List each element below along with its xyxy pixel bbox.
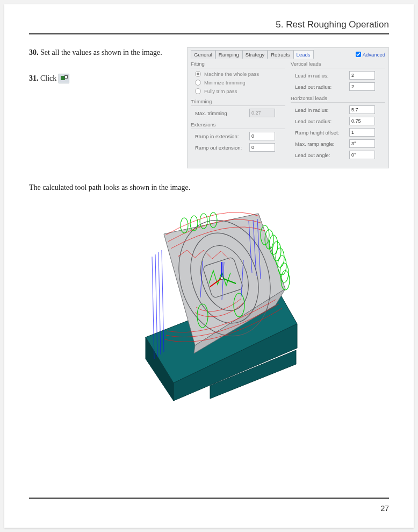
settings-dialog: General Ramping Strategy Retracts Leads …: [187, 47, 389, 168]
tab-leads[interactable]: Leads: [293, 50, 314, 59]
footer-rule: [29, 498, 389, 499]
vlead-out-input[interactable]: [349, 82, 375, 91]
field-label: Lead out radius:: [295, 118, 346, 124]
field-label: Lead in radius:: [295, 73, 346, 79]
max-trimming-input: [249, 109, 275, 117]
field-ramp-in-ext[interactable]: Ramp in extension:: [195, 132, 285, 140]
field-label: Max. ramp angle:: [295, 141, 346, 147]
field-label: Ramp out extension:: [195, 145, 246, 151]
step-text: Set all the values as shown in the image…: [40, 48, 162, 56]
save-calculate-icon: [59, 74, 69, 83]
field-label: Lead out radius:: [295, 84, 346, 90]
field-label: Lead in radius:: [295, 107, 346, 113]
group-horizontal-leads: Horizontal leads Lead in radius: Lead ou…: [291, 95, 385, 159]
group-title: Horizontal leads: [291, 95, 385, 103]
step-text: Click: [40, 74, 59, 82]
field-ramp-height-offset[interactable]: Ramp height offset:: [295, 128, 385, 137]
step-30: 30. Set all the values as shown in the i…: [29, 47, 179, 58]
field-max-trimming: Max. trimming: [195, 109, 285, 117]
advanced-checkbox[interactable]: Advanced: [356, 52, 385, 58]
field-vlead-in[interactable]: Lead in radius:: [295, 71, 385, 80]
step-number: 30.: [29, 48, 39, 56]
chapter-header: 5. Rest Roughing Operation: [29, 19, 389, 34]
svg-point-15: [278, 256, 286, 275]
group-fitting: Fitting Machine the whole pass Minimize …: [191, 61, 285, 94]
step-31: 31. Click: [29, 73, 179, 84]
advanced-check[interactable]: [356, 52, 361, 57]
field-max-ramp-angle[interactable]: Max. ramp angle:: [295, 139, 385, 148]
page-number: 27: [380, 504, 389, 513]
toolpath-caption: The calculated tool path looks as shown …: [29, 183, 389, 192]
hlead-in-input[interactable]: [349, 105, 375, 114]
tab-strip: General Ramping Strategy Retracts Leads: [191, 50, 314, 59]
radio-icon: [195, 88, 201, 94]
group-title: Extensions: [191, 122, 285, 129]
group-trimming: Trimming Max. trimming: [191, 98, 285, 117]
tab-retracts[interactable]: Retracts: [268, 50, 293, 59]
group-vertical-leads: Vertical leads Lead in radius: Lead out …: [291, 61, 385, 91]
radio-label: Fully trim pass: [204, 88, 237, 94]
field-label: Max. trimming: [195, 110, 246, 116]
radio-fully-trim-pass[interactable]: Fully trim pass: [195, 88, 285, 94]
field-lead-out-angle[interactable]: Lead out angle:: [295, 151, 385, 159]
step-number: 31.: [29, 74, 39, 82]
radio-minimize-trimming[interactable]: Minimize trimming: [195, 80, 285, 86]
tab-ramping[interactable]: Ramping: [215, 50, 242, 59]
group-title: Fitting: [191, 61, 285, 68]
loa-input[interactable]: [349, 151, 375, 159]
radio-icon: [195, 80, 201, 86]
toolpath-svg: [114, 197, 304, 401]
radio-label: Minimize trimming: [204, 80, 246, 86]
rho-input[interactable]: [349, 128, 375, 137]
group-extensions: Extensions Ramp in extension: Ramp out e…: [191, 122, 285, 152]
radio-icon: [195, 71, 201, 77]
hlead-out-input[interactable]: [349, 117, 375, 125]
tab-strategy[interactable]: Strategy: [242, 50, 268, 59]
field-hlead-out[interactable]: Lead out radius:: [295, 117, 385, 125]
mra-input[interactable]: [349, 139, 375, 148]
radio-machine-whole-pass[interactable]: Machine the whole pass: [195, 71, 285, 77]
group-title: Vertical leads: [291, 61, 385, 68]
group-title: Trimming: [191, 98, 285, 106]
toolpath-figure: [114, 197, 304, 401]
field-hlead-in[interactable]: Lead in radius:: [295, 105, 385, 114]
field-label: Ramp height offset:: [295, 130, 346, 136]
advanced-label: Advanced: [363, 52, 385, 58]
field-label: Ramp in extension:: [195, 133, 246, 139]
ramp-in-ext-input[interactable]: [249, 132, 275, 140]
right-column: Vertical leads Lead in radius: Lead out …: [291, 61, 385, 164]
svg-point-27: [221, 277, 224, 280]
field-vlead-out[interactable]: Lead out radius:: [295, 82, 385, 91]
ramp-out-ext-input[interactable]: [249, 143, 275, 152]
steps-column: 30. Set all the values as shown in the i…: [29, 47, 179, 98]
vlead-in-input[interactable]: [349, 71, 375, 80]
radio-label: Machine the whole pass: [204, 71, 259, 77]
field-ramp-out-ext[interactable]: Ramp out extension:: [195, 143, 285, 152]
field-label: Lead out angle:: [295, 152, 346, 158]
left-column: Fitting Machine the whole pass Minimize …: [191, 61, 285, 164]
tab-general[interactable]: General: [191, 50, 215, 59]
content-row: 30. Set all the values as shown in the i…: [29, 47, 389, 168]
